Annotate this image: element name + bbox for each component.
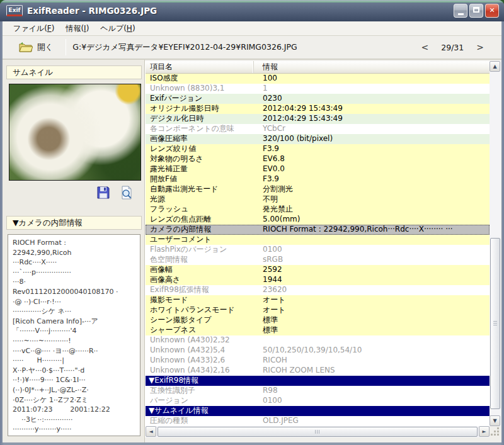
item-value-cell: sRGB xyxy=(254,255,490,265)
exif-row[interactable]: デジタル化日時2012:04:29 15:43:49 xyxy=(146,114,490,124)
scroll-up-button[interactable]: ▲ xyxy=(490,61,500,72)
exif-row[interactable]: 撮影モードオート xyxy=(146,295,490,305)
save-button[interactable] xyxy=(96,185,111,200)
open-button[interactable]: 開く xyxy=(3,39,59,55)
toolbar: 開く G:¥デジカメ写真データ¥EYEFI¥2012-04-29¥RIMG032… xyxy=(3,36,501,60)
resize-grip[interactable] xyxy=(490,426,501,437)
item-value-cell: 標準 xyxy=(254,315,490,325)
item-name-cell: 画像圧縮率 xyxy=(146,134,254,144)
exif-row[interactable]: カメラの内部情報RIOCH Format : 22942,990,Ricoh··… xyxy=(146,225,490,235)
menu-item-I[interactable]: 情報(I) xyxy=(60,21,94,36)
scroll-left-button[interactable]: ◄ xyxy=(146,426,156,437)
item-name-cell: ExifR98拡張情報 xyxy=(146,285,254,295)
prev-image-button[interactable]: < xyxy=(418,41,433,54)
item-value-cell: 2012:04:29 15:43:49 xyxy=(254,104,490,114)
table-header: 項目名 情報 xyxy=(146,61,501,74)
exif-row[interactable]: Unknown (A434)2,16RICOH ZOOM LENS xyxy=(146,366,490,376)
exif-row[interactable]: 画像圧縮率320/100 (bit/pixel) xyxy=(146,134,490,144)
exif-row[interactable]: 光源不明 xyxy=(146,194,490,205)
menu-item-F[interactable]: ファイル(F) xyxy=(8,21,60,36)
exif-row[interactable]: ホワイトバランスモードオート xyxy=(146,305,490,315)
exif-row[interactable]: Exifバージョン0230 xyxy=(146,94,490,104)
exif-row[interactable]: シーン撮影タイプ標準 xyxy=(146,315,490,325)
exif-row[interactable]: Unknown (A433)2,6RICOH xyxy=(146,356,490,366)
column-header-info[interactable]: 情報 xyxy=(254,61,501,73)
item-name-cell: FlashPixのバージョン xyxy=(146,245,254,255)
item-value-cell: 2012:04:29 15:43:49 xyxy=(254,114,490,124)
exif-row[interactable]: オリジナル撮影日時2012:04:29 15:43:49 xyxy=(146,104,490,114)
item-name-cell: Unknown (A432)5,4 xyxy=(146,346,254,356)
item-value-cell: 標準 xyxy=(254,325,490,335)
item-name-cell: Unknown (A434)2,16 xyxy=(146,366,254,376)
exif-row[interactable]: 互換性識別子R98 xyxy=(146,386,490,396)
item-value-cell: 1 xyxy=(254,84,490,94)
exif-row[interactable]: 各コンポーネントの意味YCbCr xyxy=(146,124,490,134)
column-header-item[interactable]: 項目名 xyxy=(146,61,254,73)
window-title: ExifReader - RIMG0326.JPG xyxy=(27,6,449,16)
item-value-cell: OLD.JPEG xyxy=(254,416,490,426)
exif-row[interactable]: レンズ絞り値F3.9 xyxy=(146,144,490,154)
scroll-down-button[interactable]: ▼ xyxy=(490,415,500,426)
item-value-cell: 100 xyxy=(254,74,490,84)
exif-row[interactable]: 開放F値F3.9 xyxy=(146,174,490,184)
menu-item-H[interactable]: ヘルプ(H) xyxy=(94,21,140,36)
item-value-cell: F3.9 xyxy=(254,174,490,184)
item-name-cell: デジタル化日時 xyxy=(146,114,254,124)
exif-row[interactable]: シャープネス標準 xyxy=(146,325,490,335)
item-name-cell: レンズ絞り値 xyxy=(146,144,254,154)
section-header-row[interactable]: ▼ExifR98情報 xyxy=(146,376,490,386)
vertical-scrollbar-thumb[interactable] xyxy=(490,238,500,409)
item-name-cell: 光源 xyxy=(146,194,254,205)
exif-row[interactable]: Unknown (A430)2,32 xyxy=(146,335,490,346)
exif-row[interactable]: レンズの焦点距離5.00(mm) xyxy=(146,215,490,225)
exif-row[interactable]: ISO感度100 xyxy=(146,74,490,84)
item-name-cell: 画像高さ xyxy=(146,275,254,285)
exif-row[interactable]: 圧縮の種類OLD.JPEG xyxy=(146,416,490,426)
minimize-icon xyxy=(458,13,464,15)
exif-row[interactable]: ExifR98拡張情報23620 xyxy=(146,285,490,295)
item-name-cell: シャープネス xyxy=(146,325,254,335)
exif-row[interactable]: Unknown (8830)3,11 xyxy=(146,84,490,94)
sidebar: サムネイル ▼カメラの内部情報 xyxy=(3,60,145,442)
vertical-scrollbar[interactable]: ▲ ▼ xyxy=(490,61,501,426)
section-header-row[interactable]: ▼サムネイル情報 xyxy=(146,406,490,416)
exif-row[interactable]: ユーザーコメント xyxy=(146,235,490,245)
maximize-icon xyxy=(473,7,479,13)
item-value-cell: 50/10,250/10,39/10,54/10 xyxy=(254,346,490,356)
exif-row[interactable]: 露光補正量EV0.0 xyxy=(146,164,490,174)
item-name-cell: シーン撮影タイプ xyxy=(146,315,254,325)
close-button[interactable]: ✕ xyxy=(485,4,499,18)
maximize-button[interactable] xyxy=(469,4,483,18)
exif-row[interactable]: 対象物の明るさEV6.8 xyxy=(146,154,490,164)
exif-row[interactable]: 画像高さ1944 xyxy=(146,275,490,285)
open-button-label: 開く xyxy=(37,42,53,53)
horizontal-scrollbar-thumb[interactable] xyxy=(158,427,478,437)
toolbar-separator xyxy=(66,39,66,55)
app-icon: Exif xyxy=(6,5,23,16)
item-name-cell: 対象物の明るさ xyxy=(146,154,254,164)
exif-row[interactable]: Unknown (A432)5,450/10,250/10,39/10,54/1… xyxy=(146,346,490,356)
horizontal-scrollbar[interactable]: ◄ ► xyxy=(146,426,490,437)
item-name-cell: Unknown (8830)3,1 xyxy=(146,84,254,94)
item-name-cell: 互換性識別子 xyxy=(146,386,254,396)
exif-row[interactable]: 画像幅2592 xyxy=(146,265,490,275)
exif-row[interactable]: 色空間情報sRGB xyxy=(146,255,490,265)
item-value-cell: EV0.0 xyxy=(254,164,490,174)
camera-internal-info-label: ▼カメラの内部情報 xyxy=(6,216,142,230)
preview-button[interactable] xyxy=(119,185,134,200)
next-image-button[interactable]: > xyxy=(472,41,488,54)
item-value-cell: オート xyxy=(254,305,490,315)
exif-row[interactable]: FlashPixのバージョン0100 xyxy=(146,245,490,255)
item-value-cell: EV6.8 xyxy=(254,154,490,164)
item-name-cell: 色空間情報 xyxy=(146,255,254,265)
scroll-right-button[interactable]: ► xyxy=(479,426,490,437)
item-value-cell: 不明 xyxy=(254,194,490,205)
minimize-button[interactable] xyxy=(454,4,467,18)
item-name-cell: Unknown (A430)2,32 xyxy=(146,335,254,346)
item-name-cell: ユーザーコメント xyxy=(146,235,254,245)
table-rows: ISO感度100Unknown (8830)3,11Exifバージョン0230オ… xyxy=(146,74,490,426)
item-value-cell: 発光禁止 xyxy=(254,205,490,215)
exif-row[interactable]: バージョン0100 xyxy=(146,396,490,406)
exif-row[interactable]: 自動露出測光モード分割測光 xyxy=(146,184,490,194)
exif-row[interactable]: フラッシュ発光禁止 xyxy=(146,205,490,215)
